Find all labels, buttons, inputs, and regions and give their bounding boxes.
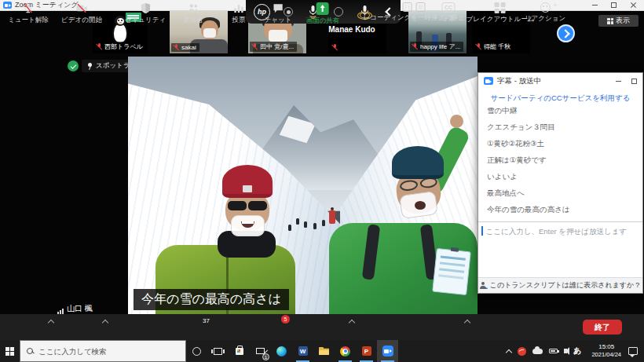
participants-label: 参加者 [183, 16, 203, 25]
file-explorer-icon [319, 347, 329, 355]
participants-icon [187, 2, 199, 14]
mic-muted-icon [412, 43, 418, 50]
view-button[interactable]: 表示 [598, 15, 639, 27]
polls-button[interactable]: 投票 [232, 2, 246, 25]
ime-label: あ [573, 346, 584, 357]
polls-icon [233, 2, 245, 14]
captions-button[interactable]: CC 字幕 [442, 2, 456, 24]
speaker-name: 山口 楓 [67, 303, 93, 314]
start-video-button[interactable]: ビデオの開始 [61, 2, 102, 25]
system-tray: あ 15:05 2021/04/24 [503, 340, 644, 362]
ime-indicator[interactable]: あ [570, 340, 587, 362]
cap-logo-patch [243, 185, 252, 192]
participants-button[interactable]: 参加者 [183, 2, 203, 25]
transcript-line: 雪の中継 [487, 106, 636, 122]
participant-name: sakai [181, 44, 196, 51]
volume-tray-button[interactable] [561, 340, 570, 362]
taskbar-clock[interactable]: 15:05 2021/04/24 [587, 343, 625, 359]
transcript-visibility-label: このトランスクリプトは誰に表示されますか？ [490, 280, 642, 291]
mic-muted-icon [22, 2, 34, 14]
search-icon [27, 348, 34, 355]
caption-window: 字幕 - 放送中 サードパーティのCCサービスを利用する 雪の中継 クエスチョン… [478, 72, 643, 294]
caption-window-icon [484, 77, 493, 85]
guide-right [324, 149, 478, 314]
share-screen-button[interactable]: 画面の共有 [306, 2, 340, 26]
pause-recording-button[interactable] [403, 2, 412, 12]
share-screen-icon [317, 2, 329, 15]
reactions-label: リアクション [525, 14, 565, 24]
end-meeting-button[interactable]: 終了 [583, 320, 622, 335]
mic-muted-icon [331, 44, 338, 51]
task-view-button[interactable] [207, 340, 229, 362]
transcript-line: 正解は①黄砂です [487, 155, 636, 172]
clock-time: 15:05 [598, 343, 614, 351]
transcript-line: 最高地点へ [487, 188, 636, 205]
live-caption-overlay: 今年の雪の最高の高さは [134, 289, 289, 310]
participant-name: happy life ア... [420, 42, 460, 51]
transcript-line: 今年の雪の最高の高さは [487, 205, 636, 221]
battery-tray-button[interactable] [546, 340, 561, 362]
powerpoint-button[interactable] [356, 340, 377, 362]
maximize-icon[interactable] [611, 2, 617, 8]
transcript-visibility-link[interactable]: このトランスクリプトは誰に表示されますか？ [478, 277, 642, 293]
word-button[interactable] [292, 340, 313, 362]
video-off-icon [75, 2, 88, 14]
antivirus-tray-button[interactable] [514, 340, 529, 362]
share-screen-label: 画面の共有 [306, 16, 340, 26]
antivirus-icon [518, 347, 526, 356]
mail-badge: 1 [262, 353, 269, 360]
reactions-icon: + [540, 2, 550, 13]
edge-button[interactable] [271, 340, 292, 362]
speaker-icon [564, 349, 567, 353]
file-explorer-button[interactable] [313, 340, 335, 362]
stop-recording-button[interactable] [416, 2, 426, 12]
action-center-button[interactable] [628, 347, 638, 355]
participant-name: Manae Kudo [328, 25, 375, 34]
next-participants-button[interactable] [557, 24, 575, 42]
task-view-icon [214, 348, 222, 355]
start-button[interactable] [0, 340, 20, 362]
chat-label: チャット [265, 16, 292, 25]
tray-expand-button[interactable] [503, 340, 514, 362]
minimize-icon[interactable] [592, 5, 598, 5]
chrome-button[interactable] [335, 340, 356, 362]
mail-button[interactable]: 1 [250, 340, 271, 362]
maximize-icon[interactable] [631, 79, 637, 84]
main-video [128, 57, 478, 314]
powerpoint-icon [362, 346, 371, 356]
third-party-cc-link[interactable]: サードパーティのCCサービスを利用する [478, 93, 642, 104]
sunglasses [228, 201, 267, 211]
walker [304, 221, 307, 228]
breakout-rooms-icon [495, 2, 506, 13]
open-mouth [415, 201, 426, 210]
mic-muted-icon [96, 43, 102, 50]
zoom-taskbar-button[interactable] [377, 340, 398, 362]
taskbar-search[interactable] [20, 340, 186, 362]
chrome-icon [340, 346, 350, 357]
mic-muted-icon [173, 44, 179, 51]
transcript-line: クエスチョン３問目 [487, 122, 636, 139]
security-shield-icon [68, 60, 79, 71]
caption-input[interactable] [483, 227, 643, 236]
caption-window-titlebar[interactable]: 字幕 - 放送中 [478, 73, 642, 89]
store-button[interactable] [229, 340, 250, 362]
search-input[interactable] [38, 347, 179, 356]
red-knit-cap [222, 165, 273, 198]
mic-muted-icon [475, 43, 481, 50]
caption-input-row [478, 221, 642, 240]
security-button[interactable]: セキュリティ [125, 2, 166, 25]
clock-date: 2021/04/24 [591, 351, 621, 359]
participants-count: 37 [203, 317, 210, 324]
minimize-icon[interactable] [616, 81, 621, 82]
chat-button[interactable]: チャット [265, 2, 292, 25]
waving-hand [450, 115, 463, 128]
cortana-button[interactable] [186, 340, 207, 362]
zoom-icon [382, 346, 393, 357]
security-label: セキュリティ [125, 16, 166, 25]
participant-name: 田中 覚/鹿... [260, 42, 294, 51]
unmute-button[interactable]: ミュート解除 [8, 2, 49, 25]
onedrive-tray-button[interactable] [529, 340, 546, 362]
reactions-button[interactable]: + リアクション [525, 2, 565, 24]
close-icon[interactable] [630, 2, 636, 9]
caption-window-title: 字幕 - 放送中 [497, 76, 541, 86]
